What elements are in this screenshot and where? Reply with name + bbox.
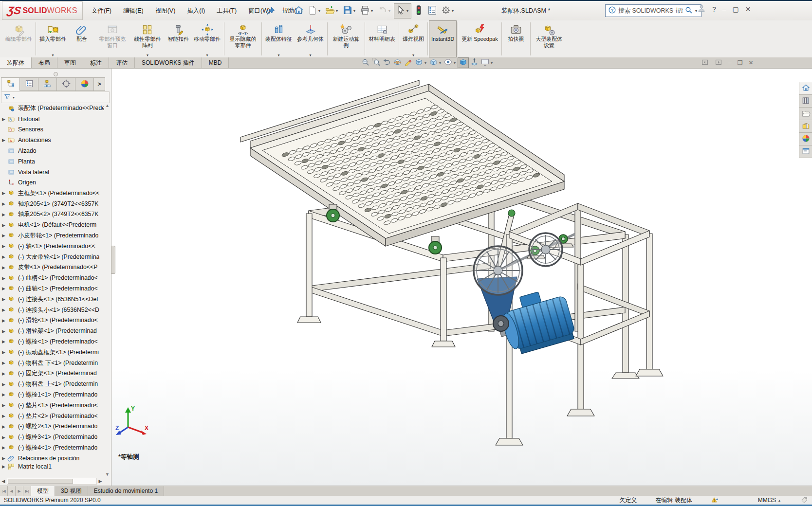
apply-scene-button[interactable] — [469, 58, 480, 68]
view-orientation-button[interactable]: ▾ — [414, 58, 428, 68]
tree-item[interactable]: ▶轴承205<1> (3749T2<<6357K — [0, 199, 104, 209]
tree-item[interactable]: ▶(-) 螺栓1<1> (Predeterminado — [0, 390, 104, 400]
ribbon-button-update-speedpak[interactable]: 更新 Speedpak — [459, 20, 500, 57]
new-document-button[interactable]: ▾ — [306, 4, 323, 18]
units-dropdown-icon[interactable]: ▴ — [778, 498, 780, 503]
3d-assembly-model[interactable] — [111, 69, 812, 486]
expand-arrow-icon[interactable]: ▶ — [0, 265, 7, 270]
ribbon-button-move-component[interactable]: 移动零部件▾ — [191, 20, 223, 57]
panel-tab-featuremanager[interactable] — [1, 77, 20, 91]
expand-arrow-icon[interactable]: ▶ — [0, 414, 7, 418]
panel-tab-configurationmanager[interactable] — [38, 77, 57, 91]
expand-arrow-icon[interactable]: ▶ — [0, 361, 7, 365]
ribbon-button-take-snapshot[interactable]: 拍快照 — [503, 20, 529, 57]
help-search-box[interactable]: ? 搜索 SOLIDWORKS 帮助 ▾ — [605, 4, 701, 17]
bottom-tab-motion-study-1[interactable]: Estudio de movimiento 1 — [88, 486, 164, 496]
tree-item[interactable]: ▶(-) 物料盘 上<1> (Predetermin — [0, 379, 104, 390]
tree-item[interactable]: ▶主框架<1> (Predeterminado<< — [0, 188, 104, 199]
tree-item[interactable]: ▶(-) 固定架<1> (Predeterminad — [0, 368, 104, 379]
tab-assembly[interactable]: 装配体 — [0, 57, 32, 68]
view-settings-button[interactable]: ▾ — [480, 58, 494, 68]
expand-arrow-icon[interactable]: ▶ — [0, 191, 7, 196]
ribbon-button-linear-component-pattern[interactable]: 线性零部件阵列▾ — [130, 20, 165, 57]
zoom-to-fit-button[interactable] — [360, 58, 370, 68]
tab-sketch[interactable]: 草图 — [57, 57, 83, 68]
expand-arrow-icon[interactable]: ▶ — [0, 464, 7, 469]
home-button[interactable] — [293, 4, 305, 18]
ribbon-button-assembly-features[interactable]: 装配体特征▾ — [263, 20, 295, 57]
expand-arrow-icon[interactable]: ▶ — [0, 339, 7, 344]
model-vibrating-tray[interactable] — [240, 80, 564, 246]
dropdown-arrow-icon[interactable]: ▾ — [371, 9, 373, 13]
expand-arrow-icon[interactable]: ▶ — [0, 286, 7, 291]
tree-item[interactable]: ▶(-) 螺栓4<1> (Predeterminado — [0, 443, 104, 453]
menu-view[interactable]: 视图(V) — [149, 7, 182, 15]
tree-item[interactable]: ▶Anotaciones — [0, 135, 104, 145]
scroll-up-icon[interactable]: ▲ — [105, 103, 110, 108]
expand-arrow-icon[interactable]: ▶ — [0, 201, 7, 206]
rebuild-warning-icon[interactable] — [711, 496, 719, 505]
dropdown-arrow-icon[interactable]: ▾ — [336, 9, 338, 13]
doc-close-icon[interactable]: ✕ — [748, 59, 753, 66]
panel-splitter-grip[interactable] — [111, 246, 115, 274]
tree-item[interactable]: ▶Relaciones de posición — [0, 453, 104, 464]
maximize-button[interactable]: ▢ — [733, 5, 739, 13]
tree-item[interactable]: ▶(-) 垫片<2> (Predeterminado< — [0, 411, 104, 421]
previous-view-button[interactable] — [382, 58, 392, 68]
tree-item[interactable]: Origen — [0, 178, 104, 188]
scroll-left-icon[interactable]: ◀ — [0, 479, 7, 484]
tree-item[interactable]: ▶Historial — [0, 114, 104, 125]
tree-item[interactable]: ▶小皮带轮<1> (Predeterminado — [0, 231, 104, 241]
tree-item[interactable]: ▶(-) 连接头<1> (6536N51<<Def — [0, 294, 104, 305]
status-units[interactable]: MMGS▴ — [758, 497, 782, 504]
tab-nav-next[interactable]: ▶ — [16, 486, 23, 496]
ribbon-button-smart-fasteners[interactable]: 智能扣件 — [165, 20, 191, 57]
doc-restore-icon[interactable]: ❐ — [738, 59, 743, 66]
expand-arrow-icon[interactable]: ▶ — [0, 371, 7, 376]
expand-arrow-icon[interactable]: ▶ — [0, 435, 7, 440]
pane-left-icon[interactable] — [701, 58, 709, 68]
tree-item[interactable]: ▶(-) 物料盘 下<1> (Predetermin — [0, 358, 104, 368]
tree-item[interactable]: ▶(-) 螺栓<1> (Predeterminado< — [0, 337, 104, 347]
expand-arrow-icon[interactable]: ▶ — [0, 138, 7, 143]
expand-arrow-icon[interactable]: ▶ — [0, 254, 7, 259]
tree-item[interactable]: ▶(-) 滑轮<1> (Predeterminado< — [0, 315, 104, 326]
menu-tools[interactable]: 工具(T) — [211, 7, 242, 15]
user-account-icon[interactable] — [697, 4, 706, 14]
close-button[interactable]: ✕ — [745, 5, 751, 13]
rebuild-button[interactable] — [412, 4, 425, 18]
ribbon-button-instant3d[interactable]: Instant3D — [429, 20, 457, 57]
doc-minimize-icon[interactable]: – — [728, 59, 732, 66]
tree-item[interactable]: Alzado — [0, 145, 104, 156]
expand-arrow-icon[interactable]: ▶ — [0, 424, 7, 429]
tab-nav-first[interactable]: |◀ — [0, 486, 8, 496]
expand-arrow-icon[interactable]: ▶ — [0, 318, 7, 323]
expand-arrow-icon[interactable]: ▶ — [0, 276, 7, 281]
expand-arrow-icon[interactable]: ▶ — [0, 117, 7, 122]
scrollbar-thumb[interactable] — [8, 479, 73, 484]
tree-root-item[interactable]: 装配体 (Predeterminado<<Predet — [0, 103, 104, 114]
dropdown-arrow-icon[interactable]: ▾ — [424, 61, 426, 65]
ribbon-button-insert-components[interactable]: 插入零部件▾ — [37, 20, 69, 57]
dropdown-arrow-icon[interactable]: ▾ — [454, 61, 456, 65]
panel-tab-dimxpertmanager[interactable] — [57, 77, 75, 91]
model-drive-assembly[interactable] — [474, 233, 577, 358]
dropdown-arrow-icon[interactable]: ▾ — [318, 9, 320, 13]
tree-item[interactable]: ▶电机<1> (Défaut<<Predeterm — [0, 220, 104, 231]
tag-icon[interactable] — [800, 496, 808, 504]
tab-nav-previous[interactable]: ◀ — [8, 486, 16, 496]
dropdown-arrow-icon[interactable]: ▾ — [130, 53, 165, 57]
expand-arrow-icon[interactable]: ▶ — [0, 233, 7, 238]
tree-item[interactable]: ▶(-) 垫片<1> (Predeterminado< — [0, 400, 104, 411]
dropdown-arrow-icon[interactable]: ▾ — [388, 9, 390, 13]
dropdown-arrow-icon[interactable]: ▾ — [37, 53, 68, 57]
dropdown-arrow-icon[interactable]: ▾ — [263, 53, 294, 57]
dropdown-arrow-icon[interactable]: ▾ — [401, 53, 426, 57]
panel-tab-propertymanager[interactable] — [20, 77, 38, 91]
search-icon[interactable] — [684, 6, 693, 16]
expand-arrow-icon[interactable]: ▶ — [0, 307, 7, 312]
pin-icon[interactable] — [264, 4, 277, 17]
scroll-right-icon[interactable]: ▶ — [97, 479, 104, 484]
taskpane-file-explorer-button[interactable] — [799, 108, 812, 120]
tree-item[interactable]: ▶(-) 连接头小<1> (6536N52<<D — [0, 305, 104, 315]
